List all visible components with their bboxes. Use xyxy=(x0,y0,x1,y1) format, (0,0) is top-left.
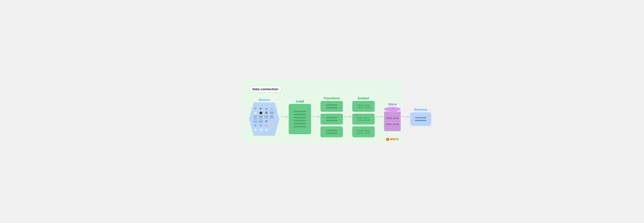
icon-github: ⬤ xyxy=(259,111,262,114)
icon-wikipedia: W xyxy=(265,120,268,123)
db-cylinder: 0.5, 0.2....0.1, 0.9 : 2.1, 0.1....-1.7,… xyxy=(384,107,401,131)
icon-txt: TXT xyxy=(265,115,268,119)
source-icons: ✛ ▶ ☁ △ 📄 ⬤ 🖼 CSV ZIP DOC TXT PPT M↓ xyxy=(251,104,277,134)
stage-transform: Transform XXXXXXXXXX XXXXXXXXXX XXXXXXXX… xyxy=(320,96,343,137)
transform-col: XXXXXXXXXX XXXXXXXXXX XXXXXXXXXX XXXXXXX… xyxy=(320,101,343,137)
load-label: Load xyxy=(296,99,304,103)
icon-image: 🖼 xyxy=(265,111,268,114)
load-line-6: XXXXXXXXXX xyxy=(294,126,306,128)
icon-doc: DOC xyxy=(259,115,262,119)
arrow-transform-embed xyxy=(344,115,351,118)
stage-store: Store 0.5, 0.2....0.1, 0.9 : 2.1, 0.1...… xyxy=(384,102,401,131)
transform-box-3-line-1: XXXXXXXXXX xyxy=(326,130,337,131)
embed-col: 0.5, 0.2....0.1, 0.9 -0.1, 0.4....1.4, 5… xyxy=(352,101,375,137)
watermark-text: 极客时间 xyxy=(390,138,398,141)
svg-marker-1 xyxy=(286,116,288,117)
icon-file2: 📄 xyxy=(254,128,257,131)
transform-box-2: XXXXXXXXXX XXXXXXXXXX xyxy=(320,114,343,125)
load-box: XXXXXXXXXX XXXXXXXXXX XXXXXXXXXX XXXXXXX… xyxy=(289,104,311,134)
transform-box-1-line-2: XXXXXXXXXX xyxy=(326,107,337,109)
retrieve-box: XXXXXXXXXX XXXXXXXXXX xyxy=(410,112,431,126)
db-text-2: : xyxy=(392,120,392,123)
icon-css: { } xyxy=(265,124,268,127)
transform-box-2-line-2: XXXXXXXXXX xyxy=(326,120,337,121)
db-container: 0.5, 0.2....0.1, 0.9 : 2.1, 0.1....-1.7,… xyxy=(384,107,401,131)
embed-box-2: 0.2, 0.7....2.1, -1.2 4.1, 3.4....-1.5, … xyxy=(352,114,375,125)
transform-box-1-line-1: XXXXXXXXXX xyxy=(326,104,337,106)
svg-marker-7 xyxy=(382,116,383,117)
db-text-3: 2.1, 0.1....-1.7, 0.9 xyxy=(386,123,398,126)
icon-empty1 xyxy=(270,120,274,123)
icon-file: 📄 xyxy=(254,111,257,114)
icon-file4: 📄 xyxy=(265,128,268,131)
stage-load: Load XXXXXXXXXX XXXXXXXXXX XXXXXXXXXX XX… xyxy=(289,99,311,134)
svg-marker-5 xyxy=(350,116,351,117)
retrieve-text-2: XXXXXXXXXX xyxy=(415,120,426,121)
embed-box-1-line-1: 0.5, 0.2....0.1, 0.9 xyxy=(358,104,369,106)
icon-md: M↓ xyxy=(254,120,257,123)
icon-html: HTML xyxy=(259,120,262,123)
transform-box-1: XXXXXXXXXX XXXXXXXXXX xyxy=(320,101,343,112)
title-badge: Data connection xyxy=(249,86,282,93)
arrow-store-retrieve xyxy=(402,115,409,118)
icon-email: ✉ xyxy=(259,124,262,127)
embed-box-2-line-1: 0.2, 0.7....2.1, -1.2 xyxy=(357,117,370,119)
load-line-3: XXXXXXXXXX xyxy=(294,117,306,118)
icon-youtube: ▶ xyxy=(259,107,262,110)
stage-retrieve: Retrieve XXXXXXXXXX XXXXXXXXXX xyxy=(410,108,431,126)
svg-marker-3 xyxy=(318,116,320,117)
arrow-load-transform xyxy=(312,115,320,118)
embed-box-2-line-2: 4.1, 3.4....-1.5, 2.5 xyxy=(357,119,370,121)
embed-box-3: 5.5, -0.3....0.8, 2.3 2.1, 0.1....-1.7, … xyxy=(352,126,375,137)
stage-embed: Embed 0.5, 0.2....0.1, 0.9 -0.1, 0.4....… xyxy=(352,96,375,137)
transform-label: Transform xyxy=(324,96,340,100)
watermark-icon: ⏱ xyxy=(386,138,389,141)
icon-google-drive: △ xyxy=(270,107,274,110)
embed-box-3-line-1: 5.5, -0.3....0.8, 2.3 xyxy=(357,130,370,131)
icon-empty2 xyxy=(270,128,274,131)
embed-box-3-line-2: 2.1, 0.1....-1.7, 0.9 xyxy=(357,132,370,134)
db-body: 0.5, 0.2....0.1, 0.9 : 2.1, 0.1....-1.7,… xyxy=(384,112,401,131)
icon-twitter: 🐦 xyxy=(254,124,257,127)
arrow-embed-store xyxy=(376,115,383,118)
transform-box-3: XXXXXXXXXX XXXXXXXXXX xyxy=(320,126,343,137)
icon-slack: ✛ xyxy=(254,107,257,110)
embed-label: Embed xyxy=(358,96,369,100)
retrieve-label: Retrieve xyxy=(414,108,427,112)
load-line-2: XXXXXXXXXX xyxy=(294,114,306,115)
svg-marker-9 xyxy=(408,116,409,117)
db-text-1: 0.5, 0.2....0.1, 0.9 xyxy=(386,117,398,120)
embed-box-1: 0.5, 0.2....0.1, 0.9 -0.1, 0.4....1.4, 5… xyxy=(352,101,375,112)
embed-box-1-line-2: -0.1, 0.4....1.4, 5.9 xyxy=(357,107,370,108)
flow-row: Source ✛ ▶ ☁ △ 📄 ⬤ 🖼 CSV ZIP DOC TXT xyxy=(249,96,395,137)
diagram-container: Data connection Source ✛ ▶ ☁ △ 📄 ⬤ 🖼 CSV xyxy=(242,80,402,143)
source-label: Source xyxy=(258,98,270,102)
transform-box-3-line-2: XXXXXXXXXX xyxy=(326,132,337,134)
load-line-5: XXXXXXXXXX xyxy=(294,123,306,125)
transform-box-2-line-1: XXXXXXXXXX xyxy=(326,117,337,119)
retrieve-text-1: XXXXXXXXXX xyxy=(415,117,426,119)
arrow-source-load xyxy=(280,115,288,118)
store-label: Store xyxy=(388,102,396,106)
source-shape: ✛ ▶ ☁ △ 📄 ⬤ 🖼 CSV ZIP DOC TXT PPT M↓ xyxy=(249,102,279,136)
stage-source: Source ✛ ▶ ☁ △ 📄 ⬤ 🖼 CSV ZIP DOC TXT xyxy=(249,98,279,136)
icon-discord: ☁ xyxy=(265,107,268,110)
load-line-4: XXXXXXXXXX xyxy=(294,120,306,121)
db-top xyxy=(384,107,401,112)
icon-folder: 📁 xyxy=(270,124,274,127)
watermark: ⏱ 极客时间 xyxy=(386,138,398,141)
icon-ppt: PPT xyxy=(270,115,274,119)
icon-csv: CSV xyxy=(270,111,274,114)
icon-file3: 📄 xyxy=(259,128,262,131)
load-line-1: XXXXXXXXXX xyxy=(294,111,306,112)
icon-zip: ZIP xyxy=(254,115,257,119)
